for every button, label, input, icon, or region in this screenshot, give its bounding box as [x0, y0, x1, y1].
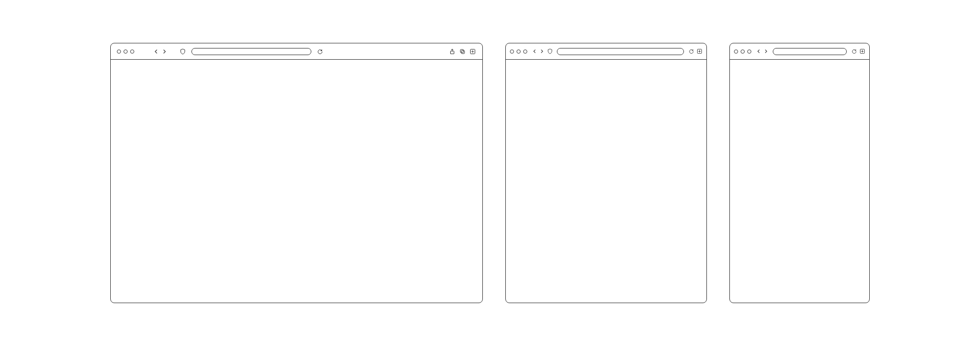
page-viewport [730, 60, 869, 303]
close-button[interactable] [117, 50, 121, 54]
shield-icon[interactable] [179, 48, 186, 55]
minimize-button[interactable] [517, 50, 521, 54]
reload-icon[interactable] [851, 48, 857, 55]
copy-icon[interactable] [459, 48, 466, 55]
page-viewport [111, 60, 482, 303]
maximize-button[interactable] [747, 50, 751, 54]
toolbar-right [859, 48, 865, 55]
browser-window-mobile [729, 43, 870, 303]
share-icon[interactable] [449, 48, 456, 55]
browser-window-tablet [505, 43, 707, 303]
reload-icon[interactable] [316, 48, 324, 55]
traffic-lights [510, 50, 527, 54]
new-tab-icon[interactable] [469, 48, 476, 55]
close-button[interactable] [510, 50, 514, 54]
maximize-button[interactable] [130, 50, 134, 54]
reload-icon[interactable] [688, 48, 694, 55]
toolbar [111, 43, 482, 60]
new-tab-icon[interactable] [696, 48, 702, 55]
back-icon[interactable] [153, 48, 160, 55]
address-bar[interactable] [773, 48, 847, 55]
svg-rect-2 [460, 50, 463, 53]
svg-rect-3 [461, 51, 464, 54]
page-viewport [506, 60, 706, 303]
forward-icon[interactable] [763, 48, 769, 55]
traffic-lights [734, 50, 751, 54]
nav-buttons [153, 48, 168, 55]
toolbar-right [449, 48, 476, 55]
close-button[interactable] [734, 50, 738, 54]
toolbar [506, 43, 706, 60]
nav-buttons [531, 48, 545, 55]
shield-icon[interactable] [547, 48, 553, 55]
maximize-button[interactable] [523, 50, 527, 54]
back-icon[interactable] [531, 48, 537, 55]
minimize-button[interactable] [124, 50, 128, 54]
browser-window-desktop [110, 43, 483, 303]
forward-icon[interactable] [161, 48, 168, 55]
address-bar[interactable] [191, 48, 311, 55]
back-icon[interactable] [755, 48, 762, 55]
forward-icon[interactable] [538, 48, 545, 55]
traffic-lights [117, 50, 134, 54]
address-bar[interactable] [557, 48, 684, 55]
minimize-button[interactable] [741, 50, 745, 54]
toolbar-right [696, 48, 702, 55]
nav-buttons [755, 48, 769, 55]
toolbar [730, 43, 869, 60]
new-tab-icon[interactable] [859, 48, 865, 55]
